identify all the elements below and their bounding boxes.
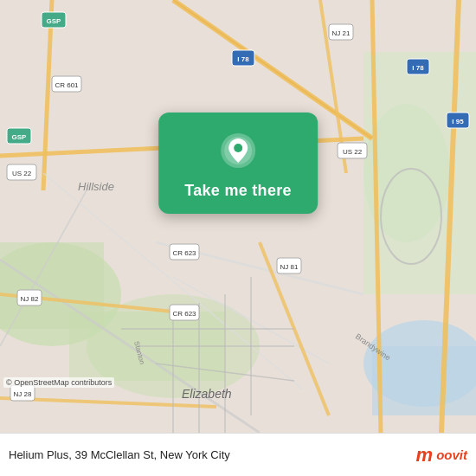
- moovit-m-letter: m: [416, 444, 434, 466]
- location-icon-wrap: [217, 130, 259, 171]
- take-me-there-button[interactable]: Take me there: [184, 182, 292, 200]
- attribution-text: © OpenStreetMap contributors: [3, 377, 114, 388]
- svg-text:CR 601: CR 601: [55, 81, 79, 89]
- svg-text:CR 623: CR 623: [172, 249, 196, 257]
- svg-text:NJ 28: NJ 28: [14, 390, 32, 398]
- map-container: GSP CR 601 GSP US 22 NJ 82 NJ 28 I 78 US…: [0, 0, 476, 433]
- svg-text:I 78: I 78: [412, 64, 424, 72]
- svg-text:I 78: I 78: [237, 55, 249, 63]
- svg-text:US 22: US 22: [343, 148, 363, 156]
- svg-text:GSP: GSP: [47, 17, 62, 25]
- svg-text:Elizabeth: Elizabeth: [182, 387, 232, 401]
- green-card: Take me there: [158, 113, 318, 214]
- svg-text:US 22: US 22: [12, 170, 32, 177]
- svg-text:Hillside: Hillside: [78, 180, 114, 193]
- svg-text:NJ 21: NJ 21: [332, 29, 351, 37]
- moovit-word: oovit: [436, 447, 467, 462]
- svg-text:NJ 81: NJ 81: [280, 263, 299, 271]
- button-overlay: Take me there: [158, 113, 318, 214]
- svg-text:CR 623: CR 623: [172, 310, 196, 318]
- svg-text:NJ 82: NJ 82: [21, 295, 39, 303]
- location-pin-icon: [219, 132, 257, 170]
- svg-point-66: [234, 144, 242, 152]
- moovit-logo: m oovit: [416, 444, 467, 466]
- bottom-bar: Helium Plus, 39 McClellan St, New York C…: [0, 433, 476, 476]
- svg-text:I 95: I 95: [452, 118, 464, 125]
- svg-text:GSP: GSP: [12, 133, 28, 141]
- map-svg: GSP CR 601 GSP US 22 NJ 82 NJ 28 I 78 US…: [0, 0, 476, 433]
- address-text: Helium Plus, 39 McClellan St, New York C…: [9, 448, 416, 461]
